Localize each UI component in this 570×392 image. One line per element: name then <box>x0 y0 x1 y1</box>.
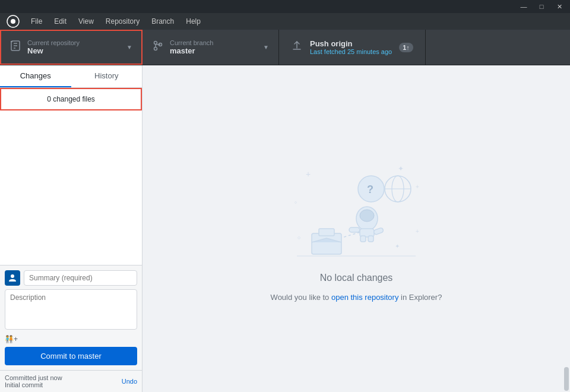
minimize-button[interactable]: — <box>515 0 532 13</box>
commit-panel: 🧑‍🤝‍🧑+ Commit to master <box>0 265 142 370</box>
repository-name: New <box>27 46 122 55</box>
svg-text:+: + <box>416 228 419 235</box>
repository-dropdown-icon: ▼ <box>126 44 132 50</box>
branch-icon <box>152 40 164 55</box>
push-origin-section[interactable]: Push origin Last fetched 25 minutes ago … <box>279 30 426 65</box>
svg-point-6 <box>154 42 157 45</box>
committed-initial: Initial commit <box>5 381 62 388</box>
svg-text:+: + <box>306 169 311 179</box>
commit-avatar <box>5 270 20 286</box>
add-coauthor-button[interactable]: 🧑‍🤝‍🧑+ <box>5 335 137 343</box>
no-changes-illustration: + ✦ + ⬦ + ⬦ ✦ ? <box>271 156 442 302</box>
maximize-button[interactable]: □ <box>533 0 550 13</box>
close-button[interactable]: ✕ <box>551 0 568 13</box>
commit-summary-row <box>5 270 137 286</box>
current-branch-section[interactable]: Current branch master ▼ <box>142 30 279 65</box>
svg-point-23 <box>360 210 374 222</box>
push-title: Push origin <box>310 39 392 48</box>
push-icon <box>291 40 303 55</box>
push-count-badge: 1↑ <box>399 43 413 52</box>
menu-repository[interactable]: Repository <box>101 15 144 28</box>
repository-text: Current repository New <box>27 39 122 55</box>
svg-rect-31 <box>319 229 334 236</box>
branch-label: Current branch <box>170 39 258 46</box>
svg-text:✦: ✦ <box>395 243 400 249</box>
branch-dropdown-icon: ▼ <box>263 44 269 50</box>
svg-text:⬦: ⬦ <box>297 233 301 241</box>
scrollbar[interactable] <box>564 367 569 391</box>
current-repository-section[interactable]: Current repository New ▼ <box>0 30 142 65</box>
svg-point-1 <box>11 19 15 24</box>
no-changes-subtitle-pre: Would you like to <box>271 293 331 302</box>
svg-text:+: + <box>416 184 419 190</box>
no-changes-subtitle: Would you like to open this repository i… <box>271 293 442 302</box>
svg-text:⬦: ⬦ <box>294 198 297 205</box>
tab-history[interactable]: History <box>71 65 142 87</box>
menu-file[interactable]: File <box>26 15 47 28</box>
sidebar-tabs: Changes History <box>0 65 142 88</box>
repository-label: Current repository <box>27 39 122 46</box>
file-list <box>0 110 142 265</box>
no-changes-title: No local changes <box>320 273 393 283</box>
branch-name: master <box>170 46 258 55</box>
sidebar: Changes History 0 changed files 🧑‍🤝‍🧑+ C… <box>0 65 142 392</box>
menu-bar: File Edit View Repository Branch Help <box>0 13 570 30</box>
main-content: + ✦ + ⬦ + ⬦ ✦ ? <box>142 65 570 392</box>
commit-description-input[interactable] <box>5 289 137 330</box>
branch-text: Current branch master <box>170 39 258 55</box>
menu-branch[interactable]: Branch <box>147 15 179 28</box>
svg-point-9 <box>11 274 14 278</box>
toolbar: Current repository New ▼ Current branch … <box>0 30 570 65</box>
svg-text:✦: ✦ <box>398 165 404 173</box>
push-text: Push origin Last fetched 25 minutes ago <box>310 39 392 55</box>
committed-just-now: Committed just now <box>5 374 62 381</box>
committed-bar: Committed just now Initial commit Undo <box>0 370 142 392</box>
window-controls: — □ ✕ <box>515 0 568 13</box>
svg-rect-30 <box>312 233 341 254</box>
menu-view[interactable]: View <box>74 15 99 28</box>
menu-help[interactable]: Help <box>181 15 205 28</box>
push-subtitle: Last fetched 25 minutes ago <box>310 48 392 55</box>
app-logo <box>5 13 21 30</box>
committed-message: Committed just now Initial commit <box>5 374 62 388</box>
svg-rect-28 <box>373 227 384 235</box>
svg-rect-26 <box>368 236 373 242</box>
svg-text:?: ? <box>367 184 373 195</box>
open-repository-link[interactable]: open this repository <box>331 293 398 302</box>
menu-edit[interactable]: Edit <box>49 15 71 28</box>
svg-point-7 <box>154 48 157 50</box>
changed-files-header: 0 changed files <box>0 88 142 110</box>
tab-changes[interactable]: Changes <box>0 65 71 87</box>
title-bar: — □ ✕ <box>0 0 570 13</box>
undo-button[interactable]: Undo <box>122 378 137 385</box>
svg-rect-25 <box>360 236 366 242</box>
repository-icon <box>10 40 21 55</box>
no-changes-subtitle-post: in Explorer? <box>398 293 442 302</box>
empty-state-illustration: + ✦ + ⬦ + ⬦ ✦ ? <box>279 156 433 263</box>
commit-button[interactable]: Commit to master <box>5 347 137 365</box>
svg-rect-27 <box>349 227 360 232</box>
main-container: Changes History 0 changed files 🧑‍🤝‍🧑+ C… <box>0 65 570 392</box>
commit-summary-input[interactable] <box>24 270 137 286</box>
